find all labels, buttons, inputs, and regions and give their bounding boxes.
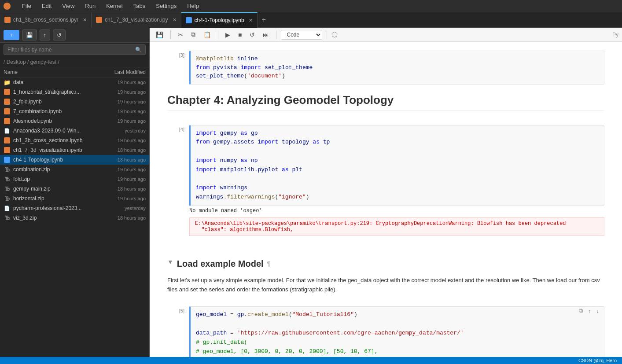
file-icon: 📁 (4, 79, 11, 86)
file-modified: 18 hours ago (88, 186, 146, 191)
tab-add-button[interactable]: + (258, 16, 270, 24)
toolbar-separator-1 (170, 30, 171, 39)
stop-kernel-button[interactable]: ■ (236, 30, 244, 40)
tab-ch1-7[interactable]: ch1_7_3d_visualization.ipy ✕ (92, 12, 181, 28)
search-input-container[interactable]: Filter files by name 🔍 (4, 44, 146, 55)
move-up-btn[interactable]: ↑ (586, 306, 593, 315)
file-item[interactable]: 🗜viz_3d.zip18 hours ago (0, 213, 149, 223)
file-item[interactable]: 📄pycharm-professional-2023...yesterday (0, 203, 149, 213)
restart-run-all-button[interactable]: ⏭ (260, 30, 272, 40)
save-notebook-button[interactable]: 💾 (153, 30, 166, 40)
upload-button[interactable]: ↑ (40, 29, 51, 40)
column-name[interactable]: Name (4, 69, 88, 75)
file-name: ch1_3b_cross_sections.ipynb (13, 137, 88, 143)
notebook-toolbar: 💾 ✂ ⧉ 📋 ▶ ■ ↺ ⏭ Code Markdown Raw ⬡ Py (150, 28, 622, 42)
tab-close-1[interactable]: ✕ (83, 17, 87, 23)
file-item[interactable]: 7_combination.ipynb19 hours ago (0, 107, 149, 116)
move-down-btn[interactable]: ↓ (595, 306, 601, 315)
tab-bar: ch1_3b_cross_sections.ipyr ✕ ch1_7_3d_vi… (0, 12, 622, 28)
tab-close-2[interactable]: ✕ (173, 17, 177, 23)
file-item[interactable]: 📄Anaconda3-2023.09-0-Win...yesterday (0, 126, 149, 136)
file-item[interactable]: 1_horizontal_stratigraphic.i...19 hours … (0, 87, 149, 97)
cell-5-body[interactable]: ⧉ ↑ ↓ geo_model = gp.create_model("Model… (189, 306, 604, 357)
cell-4-body[interactable]: import gempy as gp from gempy.assets imp… (189, 125, 604, 236)
column-modified[interactable]: Last Modified (88, 69, 146, 75)
file-icon: 📄 (4, 127, 11, 134)
run-cell-button[interactable]: ▶ (223, 30, 233, 40)
refresh-button[interactable]: ↺ (53, 29, 66, 40)
cell-5-actions: ⧉ ↑ ↓ (577, 306, 601, 315)
file-item[interactable]: ch1_7_3d_visualization.ipynb18 hours ago (0, 145, 149, 155)
cell-4-code[interactable]: import gempy as gp from gempy.assets imp… (189, 125, 604, 206)
menu-help[interactable]: Help (184, 2, 202, 10)
menu-kernel[interactable]: Kernel (103, 2, 125, 10)
file-icon (4, 147, 11, 154)
file-modified: 18 hours ago (88, 157, 146, 162)
file-item[interactable]: 2_fold.ipynb19 hours ago (0, 97, 149, 107)
file-name: data (13, 79, 88, 85)
file-icon: 📄 (4, 205, 11, 212)
new-file-button[interactable]: + (4, 30, 19, 40)
toolbar-separator-3 (276, 30, 276, 39)
notebook-area: 💾 ✂ ⧉ 📋 ▶ ■ ↺ ⏭ Code Markdown Raw ⬡ Py (150, 28, 622, 357)
file-item[interactable]: Alesmodel.ipynb19 hours ago (0, 116, 149, 126)
menu-view[interactable]: View (59, 2, 77, 10)
tab-label-3: ch4-1-Topology.ipynb (195, 17, 244, 23)
restart-kernel-button[interactable]: ↺ (247, 30, 258, 40)
file-list: 📁data19 hours ago1_horizontal_stratigrap… (0, 77, 149, 357)
cell-4-output-error: E:\Anaconda\lib\site-packages\paramiko\t… (189, 217, 604, 236)
collapse-button[interactable]: ▼ (167, 258, 173, 265)
file-icon: 🗜 (4, 185, 11, 192)
tab-close-3[interactable]: ✕ (249, 18, 253, 23)
copy-cell-btn[interactable]: ⧉ (577, 306, 585, 315)
file-item[interactable]: 🗜gempy-main.zip18 hours ago (0, 184, 149, 194)
cell-4-input: [4]: import gempy as gp from gempy.asset… (167, 125, 604, 236)
file-item[interactable]: ch4-1-Topology.ipynb18 hours ago (0, 155, 149, 165)
menu-bar: File Edit View Run Kernel Tabs Settings … (0, 0, 622, 12)
cell-3-label: [3]: (167, 51, 189, 85)
kernel-icon: ⬡ (331, 30, 338, 39)
cell-load-section: ▼ Load example Model ¶ First let's set u… (167, 241, 604, 301)
menu-tabs[interactable]: Tabs (131, 2, 148, 10)
heading-cell: Chapter 4: Analyzing Geomodel Topology (167, 90, 604, 120)
file-modified: 19 hours ago (88, 80, 146, 85)
sidebar-toolbar: + 💾 ↑ ↺ (0, 28, 149, 43)
cell-3-code[interactable]: %matplotlib inline from pyvista import s… (189, 51, 604, 85)
file-name: 2_fold.ipynb (13, 99, 88, 105)
paste-cell-button[interactable]: 📋 (201, 30, 213, 40)
section-pilcrow: ¶ (267, 260, 271, 267)
cell-3-body[interactable]: %matplotlib inline from pyvista import s… (189, 51, 604, 85)
file-name: gempy-main.zip (13, 186, 88, 192)
copy-cell-button[interactable]: ⧉ (188, 29, 198, 40)
file-modified: 19 hours ago (88, 89, 146, 95)
file-item[interactable]: 🗜fold.zip19 hours ago (0, 174, 149, 184)
file-icon (4, 98, 11, 105)
cell-type-selector[interactable]: Code Markdown Raw (281, 30, 322, 40)
menu-settings[interactable]: Settings (153, 2, 179, 10)
menu-run[interactable]: Run (82, 2, 98, 10)
section-markdown: ▼ Load example Model ¶ First let's set u… (167, 241, 604, 301)
cell-4: [4]: import gempy as gp from gempy.asset… (167, 125, 604, 236)
file-name: fold.zip (13, 176, 88, 182)
tab-ch1-3b[interactable]: ch1_3b_cross_sections.ipyr ✕ (0, 12, 92, 28)
file-name: ch4-1-Topology.ipynb (13, 157, 88, 163)
menu-file[interactable]: File (19, 2, 34, 10)
file-name: Alesmodel.ipynb (13, 118, 88, 124)
save-button[interactable]: 💾 (22, 29, 37, 40)
file-item[interactable]: 🗜combination.zip19 hours ago (0, 165, 149, 174)
cell-5-code[interactable]: geo_model = gp.create_model("Model_Tutor… (189, 306, 604, 357)
cell-3-input: [3]: %matplotlib inline from pyvista imp… (167, 51, 604, 85)
cut-cell-button[interactable]: ✂ (175, 30, 186, 40)
toolbar-separator-4 (327, 30, 327, 39)
file-name: combination.zip (13, 166, 88, 173)
tab-ch4-topology[interactable]: ch4-1-Topology.ipynb ✕ (181, 12, 258, 28)
cell-4-output-text: No module named 'osgeo' (189, 206, 604, 216)
section-header: ▼ Load example Model ¶ (167, 252, 604, 272)
file-modified: 19 hours ago (88, 167, 146, 172)
menu-edit[interactable]: Edit (39, 2, 54, 10)
file-item[interactable]: 🗜horizontal.zip19 hours ago (0, 194, 149, 203)
file-item[interactable]: 📁data19 hours ago (0, 77, 149, 87)
cell-heading: Chapter 4: Analyzing Geomodel Topology (167, 90, 604, 120)
file-item[interactable]: ch1_3b_cross_sections.ipynb19 hours ago (0, 136, 149, 145)
file-modified: yesterday (88, 128, 146, 133)
